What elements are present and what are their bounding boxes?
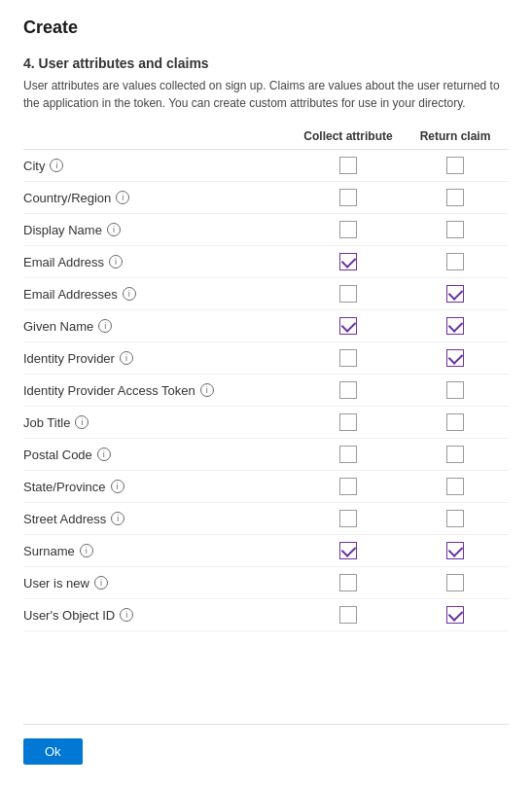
info-icon: i	[50, 159, 63, 172]
return-checkbox[interactable]	[446, 253, 464, 270]
table-row: City i	[23, 150, 509, 182]
return-checkbox-cell	[402, 413, 509, 431]
table-row: Job Title i	[23, 407, 509, 439]
return-checkbox[interactable]	[446, 478, 464, 495]
return-checkbox-cell	[402, 510, 509, 527]
info-icon: i	[116, 191, 129, 204]
description: User attributes are values collected on …	[23, 77, 509, 112]
attribute-name: Country/Region i	[23, 191, 295, 205]
collect-checkbox-cell	[295, 381, 402, 399]
collect-checkbox[interactable]	[339, 189, 357, 206]
return-checkbox[interactable]	[446, 221, 464, 238]
collect-checkbox[interactable]	[339, 446, 357, 463]
collect-checkbox[interactable]	[339, 221, 357, 238]
return-checkbox-cell	[402, 606, 509, 624]
footer: Ok	[23, 724, 509, 765]
info-icon: i	[80, 544, 93, 557]
attribute-name: User is new i	[23, 576, 295, 591]
info-icon: i	[200, 383, 214, 397]
collect-checkbox[interactable]	[339, 510, 357, 527]
attribute-name: Identity Provider Access Token i	[23, 383, 295, 398]
collect-checkbox[interactable]	[339, 317, 357, 335]
table-row: Street Address i	[23, 503, 509, 535]
attribute-name: Street Address i	[23, 512, 295, 526]
collect-checkbox[interactable]	[339, 157, 357, 174]
return-checkbox[interactable]	[446, 317, 464, 335]
collect-checkbox-cell	[295, 189, 402, 206]
info-icon: i	[123, 287, 136, 301]
collect-checkbox[interactable]	[339, 542, 357, 559]
collect-checkbox[interactable]	[339, 285, 357, 303]
return-checkbox[interactable]	[446, 349, 464, 367]
table-row: Display Name i	[23, 214, 509, 246]
table-row: Email Address i	[23, 246, 509, 278]
table-row: Email Addresses i	[23, 278, 509, 310]
collect-checkbox[interactable]	[339, 253, 357, 270]
page-container: Create 4. User attributes and claims Use…	[0, 0, 532, 788]
collect-checkbox-cell	[295, 285, 402, 303]
collect-checkbox[interactable]	[339, 574, 357, 591]
collect-checkbox-cell	[295, 574, 402, 591]
info-icon: i	[109, 255, 123, 269]
return-checkbox-cell	[402, 381, 509, 399]
return-checkbox[interactable]	[446, 446, 464, 463]
return-checkbox[interactable]	[446, 510, 464, 527]
collect-checkbox-cell	[295, 349, 402, 367]
info-icon: i	[111, 512, 124, 525]
collect-checkbox[interactable]	[339, 381, 357, 399]
return-checkbox[interactable]	[446, 189, 464, 206]
attribute-name: City i	[23, 159, 295, 173]
attribute-name: Given Name i	[23, 319, 295, 334]
info-icon: i	[120, 351, 133, 365]
collect-checkbox-cell	[295, 317, 402, 335]
return-checkbox[interactable]	[446, 542, 464, 559]
return-checkbox-cell	[402, 574, 509, 591]
return-checkbox-cell	[402, 349, 509, 367]
attribute-name: User's Object ID i	[23, 608, 295, 623]
return-checkbox-cell	[402, 285, 509, 303]
col-collect-header: Collect attribute	[295, 129, 402, 143]
table-row: Identity Provider Access Token i	[23, 375, 509, 407]
page-title: Create	[23, 18, 509, 38]
section-title: 4. User attributes and claims	[23, 55, 509, 71]
table-row: Postal Code i	[23, 439, 509, 471]
info-icon: i	[94, 576, 108, 590]
info-icon: i	[107, 223, 121, 236]
table-row: User is new i	[23, 567, 509, 599]
table-row: Surname i	[23, 535, 509, 567]
return-checkbox-cell	[402, 478, 509, 495]
ok-button[interactable]: Ok	[23, 738, 83, 765]
attribute-name: Email Address i	[23, 255, 295, 269]
collect-checkbox-cell	[295, 510, 402, 527]
return-checkbox[interactable]	[446, 574, 464, 591]
collect-checkbox-cell	[295, 446, 402, 463]
collect-checkbox[interactable]	[339, 349, 357, 367]
collect-checkbox-cell	[295, 478, 402, 495]
return-checkbox[interactable]	[446, 381, 464, 399]
table-row: User's Object ID i	[23, 599, 509, 631]
return-checkbox-cell	[402, 317, 509, 335]
return-checkbox[interactable]	[446, 157, 464, 174]
collect-checkbox-cell	[295, 413, 402, 431]
return-checkbox[interactable]	[446, 285, 464, 303]
collect-checkbox-cell	[295, 221, 402, 238]
info-icon: i	[75, 415, 89, 429]
attribute-name: Email Addresses i	[23, 287, 295, 302]
attribute-name: Display Name i	[23, 223, 295, 237]
info-icon: i	[97, 448, 111, 461]
collect-checkbox[interactable]	[339, 606, 357, 624]
col-return-header: Return claim	[402, 129, 509, 143]
collect-checkbox-cell	[295, 157, 402, 174]
collect-checkbox[interactable]	[339, 478, 357, 495]
attributes-table: City i Country/Region i	[23, 150, 509, 724]
return-checkbox-cell	[402, 157, 509, 174]
return-checkbox[interactable]	[446, 413, 464, 431]
table-row: Given Name i	[23, 310, 509, 342]
collect-checkbox[interactable]	[339, 413, 357, 431]
table-row: State/Province i	[23, 471, 509, 503]
info-icon: i	[98, 319, 112, 333]
return-checkbox[interactable]	[446, 606, 464, 624]
attribute-name: Identity Provider i	[23, 351, 295, 366]
return-checkbox-cell	[402, 446, 509, 463]
attribute-name: Surname i	[23, 544, 295, 558]
